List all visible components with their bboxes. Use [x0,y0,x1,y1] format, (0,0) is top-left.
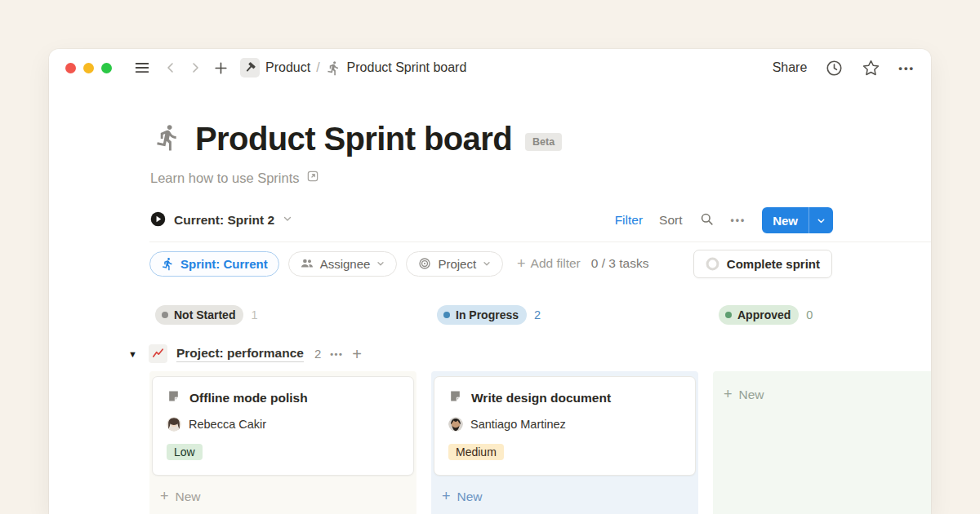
favorite-star-icon[interactable] [862,59,880,78]
avatar-rebecca [167,417,181,432]
board-group-row: ▼ Project: performance 2 ••• + [128,336,931,371]
page-title: Product Sprint board [195,121,512,157]
back-icon[interactable] [164,61,177,74]
collapse-triangle-icon[interactable]: ▼ [128,349,140,359]
toolbar-divider [149,241,931,242]
page-header: Product Sprint board Beta [154,121,562,157]
breadcrumb-workspace[interactable]: Product [265,60,310,75]
beta-badge: Beta [525,133,562,151]
sprint-board: Not Started 1 In Progress 2 Approved 0 [149,300,931,514]
project-chip-label: Project [438,257,476,271]
filter-button[interactable]: Filter [615,213,643,228]
help-link-row: Learn how to use Sprints [150,169,320,187]
sidebar-toggle-icon[interactable] [133,59,151,77]
column-header-not-started: Not Started 1 [149,300,416,330]
board-column-bodies: Offline mode polish Rebecca Cakir Low + … [149,371,931,514]
assignee-chip-label: Assignee [320,257,371,271]
card-write-design-document[interactable]: Write design document Santiago Martinez … [434,376,696,476]
priority-tag-low: Low [167,444,203,460]
new-button-chevron-icon[interactable] [809,215,833,226]
breadcrumb-separator: / [316,60,319,75]
view-more-icon[interactable]: ••• [731,215,746,226]
add-filter-button[interactable]: + Add filter [517,255,581,273]
add-filter-label: Add filter [531,256,581,271]
column-count: 1 [251,308,257,321]
forward-icon[interactable] [189,61,202,74]
play-circle-icon [149,210,167,231]
new-card-button[interactable]: + New [715,386,931,403]
view-selector[interactable]: Current: Sprint 2 [149,210,293,231]
filter-bar: Sprint: Current Assignee Project + Add f… [149,250,832,277]
app-window: Product / Product Sprint board Share •••… [49,49,931,514]
status-label: Not Started [174,308,235,321]
priority-tag-medium: Medium [448,444,504,460]
status-dot-blue [443,312,450,318]
traffic-lights [65,63,112,73]
new-card-label: New [176,490,201,504]
status-pill-approved[interactable]: Approved [719,305,799,325]
new-button-label: New [762,214,808,228]
status-pill-in-progress[interactable]: In Progress [437,305,527,325]
column-header-in-progress: In Progress 2 [431,300,698,330]
status-dot-green [725,312,732,318]
chevron-down-icon [376,259,385,268]
group-add-icon[interactable]: + [352,346,362,362]
help-link[interactable]: Learn how to use Sprints [150,171,300,186]
runner-icon [326,60,341,76]
sprint-chip-label: Sprint: Current [180,257,268,271]
assignee-filter-chip[interactable]: Assignee [288,251,398,277]
external-link-icon[interactable] [305,169,320,187]
chevron-down-icon [282,213,293,228]
chevron-down-icon [482,259,492,268]
zoom-window-button[interactable] [101,63,112,73]
plus-icon: + [517,255,526,273]
sort-button[interactable]: Sort [659,213,682,228]
breadcrumb-page[interactable]: Product Sprint board [347,60,467,75]
sprint-filter-chip[interactable]: Sprint: Current [149,251,279,277]
history-nav [164,61,202,74]
hammer-icon[interactable] [240,58,260,78]
search-icon[interactable] [699,211,715,230]
status-label: In Progress [456,308,519,321]
plus-icon: + [442,488,451,505]
complete-sprint-button[interactable]: Complete sprint [693,250,832,278]
view-actions: Filter Sort ••• New [615,207,833,233]
project-filter-chip[interactable]: Project [406,251,503,277]
group-label-link[interactable]: Project: performance [176,346,304,362]
window-topbar: Product / Product Sprint board Share ••• [49,49,931,86]
topbar-actions: Share ••• [773,59,915,78]
progress-ring-icon [706,257,719,271]
column-count: 2 [534,308,541,321]
chart-increasing-icon [149,344,167,363]
view-toolbar: Current: Sprint 2 Filter Sort ••• New [149,206,833,235]
share-button[interactable]: Share [773,60,808,75]
plus-icon: + [724,386,733,403]
tasks-summary: 0 / 3 tasks [591,256,649,271]
close-window-button[interactable] [65,63,76,73]
group-more-icon[interactable]: ••• [330,349,343,359]
assignee-name: Rebecca Cakir [189,418,266,431]
status-pill-not-started[interactable]: Not Started [155,305,243,325]
card-title: Write design document [471,391,611,405]
plus-icon: + [160,488,169,505]
column-header-approved: Approved 0 [713,300,931,330]
updates-clock-icon[interactable] [825,59,844,78]
card-offline-mode-polish[interactable]: Offline mode polish Rebecca Cakir Low [152,376,414,476]
avatar-santiago [448,417,463,432]
minimize-window-button[interactable] [83,63,94,73]
new-button[interactable]: New [762,207,833,233]
group-count: 2 [314,347,321,361]
status-dot-gray [162,312,168,318]
column-count: 0 [806,308,813,321]
new-card-button[interactable]: + New [434,488,696,505]
topbar-more-icon[interactable]: ••• [898,62,915,74]
page-icon-runner[interactable] [154,123,182,155]
new-card-label: New [739,388,764,402]
complete-sprint-label: Complete sprint [727,257,820,271]
new-page-icon[interactable] [213,60,229,76]
card-title: Offline mode polish [189,391,308,405]
view-label: Current: Sprint 2 [174,213,274,228]
page-doc-icon [167,389,180,406]
assignee-name: Santiago Martinez [470,418,566,431]
new-card-button[interactable]: + New [152,488,414,505]
